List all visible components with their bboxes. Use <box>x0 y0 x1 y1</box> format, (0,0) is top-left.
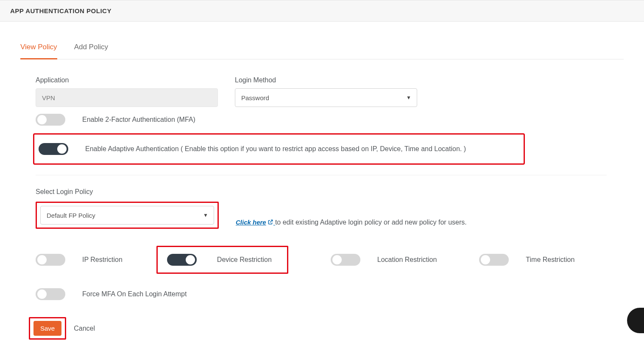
page-title: APP AUTHENTICATION POLICY <box>10 7 634 14</box>
adaptive-highlight-box: Enable Adaptive Authentication ( Enable … <box>33 133 525 165</box>
policy-row: Default FP Policy ▼ Click here to edit e… <box>36 202 624 229</box>
device-restriction-label: Device Restriction <box>217 256 272 264</box>
adaptive-toggle[interactable] <box>39 143 68 155</box>
ip-restriction-label: IP Restriction <box>82 256 123 264</box>
tab-add-policy[interactable]: Add Policy <box>74 39 108 59</box>
cancel-button[interactable]: Cancel <box>74 325 95 332</box>
login-method-col: Login Method Password ▼ <box>235 76 417 107</box>
select-login-policy-label: Select Login Policy <box>36 188 93 195</box>
toggle-knob <box>37 255 47 264</box>
row-top: Application VPN Login Method Password ▼ <box>36 76 624 107</box>
adaptive-toggle-label: Enable Adaptive Authentication ( Enable … <box>85 145 466 153</box>
tab-view-policy[interactable]: View Policy <box>20 39 57 59</box>
section-policy: Select Login Policy Default FP Policy ▼ … <box>36 188 624 229</box>
login-method-select[interactable]: Password <box>235 88 417 107</box>
login-method-label: Login Method <box>235 76 417 84</box>
tabs: View Policy Add Policy <box>20 39 624 59</box>
time-restriction-item: Time Restriction <box>479 254 574 266</box>
save-button[interactable]: Save <box>33 321 61 336</box>
external-link-icon <box>268 219 273 225</box>
actions-row: Save Cancel <box>29 317 624 340</box>
toggle-knob <box>37 289 47 299</box>
time-restriction-label: Time Restriction <box>526 256 574 264</box>
toggle-knob <box>37 115 47 124</box>
click-here-link[interactable]: Click here <box>236 219 275 226</box>
divider <box>36 175 607 175</box>
time-restriction-toggle[interactable] <box>479 254 509 266</box>
device-restriction-toggle[interactable] <box>167 254 197 266</box>
login-policy-select[interactable]: Default FP Policy <box>40 206 214 225</box>
toggle-knob <box>332 255 342 264</box>
login-policy-wrap: Default FP Policy ▼ <box>40 206 214 225</box>
application-label: Application <box>36 76 218 84</box>
location-restriction-toggle[interactable] <box>331 254 360 266</box>
toggle-knob <box>481 255 490 264</box>
policy-info-wrap: Click here to edit existing Adaptive log… <box>236 219 467 229</box>
toggle-knob <box>186 255 195 264</box>
force-mfa-label: Force MFA On Each Login Attempt <box>82 290 187 298</box>
restrictions-row: IP Restriction Device Restriction Locati… <box>36 246 624 274</box>
device-restriction-highlight: Device Restriction <box>156 246 288 274</box>
ip-restriction-item: IP Restriction <box>36 254 123 266</box>
save-highlight: Save <box>29 317 66 340</box>
force-mfa-row: Force MFA On Each Login Attempt <box>36 288 624 300</box>
toggle-knob <box>57 144 67 154</box>
policy-info-text: to edit existing Adaptive login policy o… <box>275 219 467 226</box>
location-restriction-item: Location Restriction <box>331 254 437 266</box>
location-restriction-label: Location Restriction <box>377 256 437 264</box>
login-method-wrap: Password ▼ <box>235 88 417 107</box>
application-col: Application VPN <box>36 76 218 107</box>
application-input: VPN <box>36 88 218 107</box>
mfa-toggle-row: Enable 2-Factor Authentication (MFA) <box>36 114 624 126</box>
header-bar: APP AUTHENTICATION POLICY <box>0 0 644 22</box>
form-area: Application VPN Login Method Password ▼ … <box>20 59 624 340</box>
mfa-toggle-label: Enable 2-Factor Authentication (MFA) <box>82 116 195 124</box>
policy-highlight: Default FP Policy ▼ <box>36 202 219 229</box>
force-mfa-toggle[interactable] <box>36 288 65 300</box>
content: View Policy Add Policy Application VPN L… <box>0 39 644 340</box>
ip-restriction-toggle[interactable] <box>36 254 65 266</box>
mfa-toggle[interactable] <box>36 114 65 126</box>
